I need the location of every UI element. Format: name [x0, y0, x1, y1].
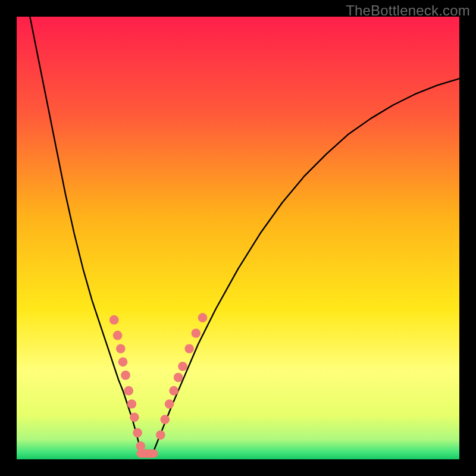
svg-point-15	[169, 386, 178, 396]
svg-point-14	[165, 399, 174, 409]
svg-point-10	[133, 428, 142, 438]
svg-point-5	[118, 358, 128, 367]
svg-point-18	[184, 344, 194, 353]
chart-frame: TheBottleneck.com	[0, 0, 476, 476]
svg-point-4	[116, 344, 126, 353]
svg-rect-0	[17, 17, 459, 459]
bottleneck-chart	[0, 0, 476, 476]
svg-point-20	[198, 313, 208, 322]
svg-point-11	[136, 441, 146, 451]
svg-point-7	[124, 386, 133, 396]
svg-point-17	[178, 362, 187, 371]
watermark-text: TheBottleneck.com	[346, 2, 470, 19]
svg-point-12	[156, 430, 165, 440]
svg-point-3	[113, 331, 123, 340]
svg-point-6	[121, 371, 130, 380]
svg-point-13	[160, 415, 170, 424]
svg-point-2	[109, 315, 119, 325]
svg-point-8	[127, 399, 137, 409]
svg-point-9	[130, 413, 139, 422]
svg-point-16	[174, 373, 183, 383]
svg-point-19	[192, 328, 201, 338]
